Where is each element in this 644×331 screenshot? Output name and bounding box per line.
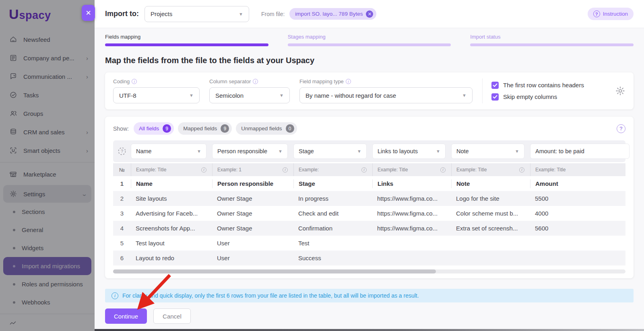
cancel-button[interactable]: Cancel — [153, 308, 191, 324]
chip-count-badge: 9 — [221, 124, 229, 133]
people-icon — [9, 109, 18, 118]
table-cell: Color scheme must b... — [451, 210, 530, 217]
checkbox-checked-icon[interactable] — [491, 93, 499, 101]
chat-icon — [9, 72, 18, 81]
row-number: 2 — [113, 195, 131, 202]
remove-file-icon[interactable]: ✕ — [366, 10, 373, 18]
table-cell: https://www.figma.co... — [372, 225, 451, 232]
question-circle-icon: ? — [593, 10, 600, 17]
sidebar-item-partially-visible[interactable] — [0, 317, 95, 331]
checkbox-checked-icon[interactable] — [491, 82, 499, 89]
table-cell: Owner Stage — [212, 195, 293, 202]
filter-chip-mapped-fields[interactable]: Mapped fields 9 — [178, 122, 232, 135]
table-cell: Amount — [530, 179, 625, 188]
chevron-right-icon: › — [86, 55, 88, 62]
wizard-steps: Fields mapping Stages mapping Import sta… — [105, 34, 634, 46]
vertical-divider — [482, 78, 483, 103]
modal-body: Fields mapping Stages mapping Import sta… — [95, 28, 644, 329]
sidebar-subitem-widgets[interactable]: Widgets — [0, 239, 95, 257]
sidebar-item-company[interactable]: Company and pe... › — [0, 49, 95, 67]
chevron-down-icon: ▼ — [275, 93, 284, 98]
bullet-icon — [13, 301, 15, 304]
import-to-label: Import to: — [105, 10, 139, 18]
info-banner: i For clarity and quick display, only th… — [105, 289, 634, 302]
example-text: Example: Title — [456, 167, 487, 173]
skip-empty-columns-checkbox-row[interactable]: Skip empty columns — [491, 93, 584, 101]
instruction-button[interactable]: ? Instruction — [588, 8, 634, 20]
example-cell: Example: Titlei — [451, 163, 530, 176]
info-icon: i — [132, 79, 137, 84]
field-select-stage[interactable]: Stage ▼ — [293, 144, 367, 159]
field-select-name[interactable]: Name ▼ — [131, 144, 206, 159]
sidebar-subitem-webhooks[interactable]: Webhooks — [0, 293, 95, 311]
first-row-headers-checkbox-row[interactable]: The first row contains headers — [491, 82, 584, 89]
separator-select[interactable]: Semicolon ▼ — [209, 87, 290, 103]
sidebar-subitem-import-and-migrations[interactable]: Import and migrations — [3, 257, 91, 275]
show-label: Show: — [113, 125, 129, 132]
close-icon: ✕ — [85, 10, 91, 16]
chevron-right-icon: › — [86, 129, 88, 136]
coding-value: UTF-8 — [119, 92, 136, 99]
checkbox-label: The first row contains headers — [503, 82, 584, 88]
continue-button[interactable]: Continue — [105, 308, 147, 324]
sidebar-subitem-label: Import and migrations — [22, 263, 80, 269]
field-select-person-responsible[interactable]: Person responsible ▼ — [212, 144, 288, 159]
table-cell: Screenshots for App... — [131, 225, 212, 232]
horizontal-scrollbar-track — [113, 269, 625, 273]
import-target-select[interactable]: Projects ▼ — [144, 6, 249, 22]
storefront-icon — [9, 170, 18, 179]
filter-chip-unmapped-fields[interactable]: Unmapped fields 0 — [236, 122, 297, 135]
field-select-amount[interactable]: Amount: to be paid — [530, 144, 630, 159]
example-text: Example: Title — [136, 167, 166, 173]
info-icon: i — [519, 167, 524, 173]
sidebar-subitem-general[interactable]: General — [0, 221, 95, 239]
field-select-value: Amount: to be paid — [535, 148, 584, 154]
example-text: Example: — [299, 167, 319, 173]
advanced-settings-button[interactable] — [615, 86, 625, 96]
sidebar-item-label: Newsfeed — [23, 36, 50, 43]
field-select-note[interactable]: Note ▼ — [451, 144, 524, 159]
chevron-right-icon: › — [86, 73, 88, 80]
help-icon[interactable]: ? — [617, 124, 625, 133]
separator-label: Column separator i — [209, 78, 290, 84]
coding-select[interactable]: UTF-8 ▼ — [113, 87, 200, 103]
sidebar-item-crm[interactable]: CRM and sales › — [0, 123, 95, 141]
id-card-icon — [9, 53, 18, 62]
sidebar-item-communication[interactable]: Communication ... › — [0, 67, 95, 86]
close-modal-button[interactable]: ✕ — [82, 5, 95, 21]
mapping-type-value: By name - without regard for case — [305, 92, 396, 99]
sidebar-item-groups[interactable]: Groups — [0, 104, 95, 123]
bullet-icon — [13, 265, 15, 267]
auto-mapping-icon[interactable]: ? — [113, 146, 131, 156]
horizontal-scrollbar-thumb[interactable] — [113, 269, 436, 273]
table-cell: https://www.figma.co... — [372, 210, 451, 217]
sidebar-item-label: Communication ... — [23, 73, 72, 80]
filter-row: Show: All fields 9 Mapped fields 9 Unmap… — [113, 122, 625, 135]
step-progress-bar — [105, 43, 268, 46]
sidebar-item-settings[interactable]: Settings ⌄ — [3, 185, 91, 203]
table-row: 5 Test layout User Test — [113, 236, 625, 251]
sidebar-subitem-sections[interactable]: Sections — [0, 203, 95, 221]
field-select-value: Person responsible — [217, 148, 267, 154]
sidebar-subitem-roles-and-permissions[interactable]: Roles and permissions — [0, 275, 95, 293]
sidebar-item-tasks[interactable]: Tasks — [0, 86, 95, 104]
field-select-links-to-layouts[interactable]: Links to layouts ▼ — [372, 144, 446, 159]
row-number: 4 — [113, 225, 131, 232]
field-select-value: Stage — [299, 148, 314, 154]
table-cell: Extra set of screensh... — [451, 225, 530, 232]
sidebar-subitem-label: Sections — [22, 208, 45, 215]
chevron-down-icon: ▼ — [235, 12, 243, 16]
from-file-label: From file: — [261, 11, 285, 17]
sidebar-item-marketplace[interactable]: Marketplace — [0, 165, 95, 183]
logo-text: spacy — [19, 9, 51, 22]
sidebar-nav: Newsfeed Company and pe... › Communicati… — [0, 30, 95, 331]
brackets-u-icon — [9, 146, 18, 155]
chip-label: All fields — [139, 125, 159, 132]
window-bottom-edge — [95, 329, 644, 331]
mapping-type-select[interactable]: By name - without regard for case ▼ — [299, 87, 473, 103]
file-chip-text: import SO. layo... 789 Bytes — [295, 11, 363, 17]
fields-table-card: Show: All fields 9 Mapped fields 9 Unmap… — [105, 117, 634, 278]
filter-chip-all-fields[interactable]: All fields 9 — [134, 122, 174, 135]
sidebar-item-smart-objects[interactable]: Smart objects › — [0, 141, 95, 160]
sidebar-item-newsfeed[interactable]: Newsfeed — [0, 30, 95, 49]
